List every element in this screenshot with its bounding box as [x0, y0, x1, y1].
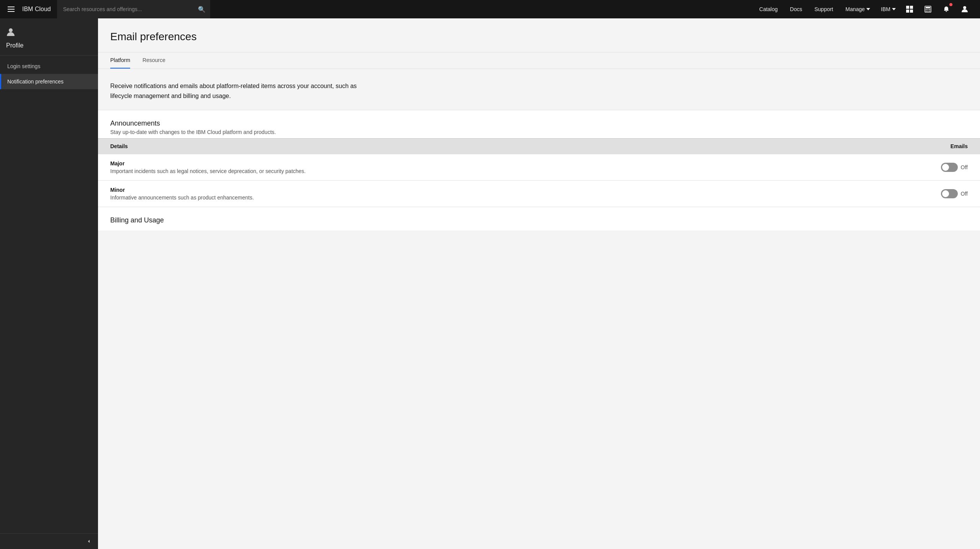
major-toggle-container: Off [922, 163, 968, 172]
nav-icon-group [900, 0, 974, 18]
docs-link[interactable]: Docs [784, 0, 808, 18]
svg-rect-8 [926, 7, 930, 8]
calculator-icon-button[interactable] [919, 0, 937, 18]
minor-row-description: Informative announcements such as produc… [110, 194, 922, 201]
sidebar-item-notification-preferences[interactable]: Notification preferences [0, 74, 98, 89]
search-input[interactable] [57, 0, 210, 18]
svg-point-16 [9, 28, 13, 32]
svg-rect-5 [906, 10, 909, 13]
table-row-minor: Minor Informative announcements such as … [98, 180, 980, 207]
svg-rect-12 [926, 11, 927, 11]
announcements-header: Announcements Stay up-to-date with chang… [98, 110, 980, 138]
announcements-section: Announcements Stay up-to-date with chang… [98, 110, 980, 207]
search-icon: 🔍 [198, 6, 206, 13]
svg-rect-0 [8, 7, 15, 7]
profile-label: Profile [6, 42, 23, 49]
minor-toggle[interactable] [941, 189, 958, 198]
top-navigation: IBM Cloud 🔍 Catalog Docs Support Manage … [0, 0, 980, 18]
emails-column-header: Emails [922, 143, 968, 149]
sidebar-collapse-button[interactable] [0, 533, 98, 549]
major-row-description: Important incidents such as legal notice… [110, 168, 922, 174]
notification-icon-button[interactable] [937, 0, 956, 18]
announcements-title: Announcements [110, 119, 968, 127]
svg-rect-4 [910, 6, 913, 9]
description-text: Receive notifications and emails about p… [110, 81, 378, 101]
svg-rect-1 [8, 9, 15, 10]
grid-icon-button[interactable] [900, 0, 919, 18]
main-content: Email preferences Platform Resource Rece… [98, 18, 980, 549]
minor-toggle-container: Off [922, 189, 968, 198]
row-details-minor: Minor Informative announcements such as … [110, 187, 922, 201]
sidebar: Profile Login settings Notification pref… [0, 18, 98, 549]
tab-resource[interactable]: Resource [142, 52, 165, 69]
major-row-title: Major [110, 160, 922, 167]
search-container: 🔍 [57, 0, 210, 18]
brand-name: IBM Cloud [22, 6, 51, 13]
page-header: Email preferences [98, 18, 980, 52]
billing-section: Billing and Usage [98, 207, 980, 230]
details-column-header: Details [110, 143, 922, 149]
major-toggle-slider [941, 163, 958, 172]
billing-title: Billing and Usage [110, 216, 968, 224]
catalog-link[interactable]: Catalog [753, 0, 784, 18]
notification-badge [949, 3, 952, 6]
svg-rect-2 [8, 11, 15, 12]
svg-rect-6 [910, 10, 913, 13]
page-title: Email preferences [110, 31, 968, 43]
svg-rect-13 [928, 11, 929, 11]
row-details-major: Major Important incidents such as legal … [110, 160, 922, 174]
major-toggle[interactable] [941, 163, 958, 172]
hamburger-menu-button[interactable] [6, 4, 16, 14]
description-section: Receive notifications and emails about p… [98, 69, 980, 110]
nav-links: Catalog Docs Support Manage IBM [753, 0, 900, 18]
major-toggle-label: Off [961, 164, 968, 170]
minor-toggle-label: Off [961, 191, 968, 197]
sidebar-item-login-settings[interactable]: Login settings [0, 59, 98, 74]
svg-rect-11 [929, 9, 930, 10]
svg-rect-3 [906, 6, 909, 9]
account-selector[interactable]: IBM [876, 0, 900, 18]
tab-platform[interactable]: Platform [110, 52, 130, 69]
support-link[interactable]: Support [808, 0, 839, 18]
tabs-container: Platform Resource [98, 52, 980, 69]
user-icon-button[interactable] [956, 0, 974, 18]
announcements-table-header: Details Emails [98, 138, 980, 154]
sidebar-profile-section: Profile [0, 18, 98, 56]
announcements-subtitle: Stay up-to-date with changes to the IBM … [110, 129, 968, 135]
sidebar-nav: Login settings Notification preferences [0, 56, 98, 533]
minor-row-title: Minor [110, 187, 922, 193]
svg-point-15 [963, 6, 966, 9]
minor-toggle-slider [941, 189, 958, 198]
table-row-major: Major Important incidents such as legal … [98, 154, 980, 180]
svg-rect-10 [928, 9, 929, 10]
app-layout: Profile Login settings Notification pref… [0, 18, 980, 549]
svg-rect-14 [929, 11, 930, 11]
profile-icon [6, 28, 15, 39]
manage-link[interactable]: Manage [840, 0, 877, 18]
svg-rect-9 [926, 9, 927, 10]
